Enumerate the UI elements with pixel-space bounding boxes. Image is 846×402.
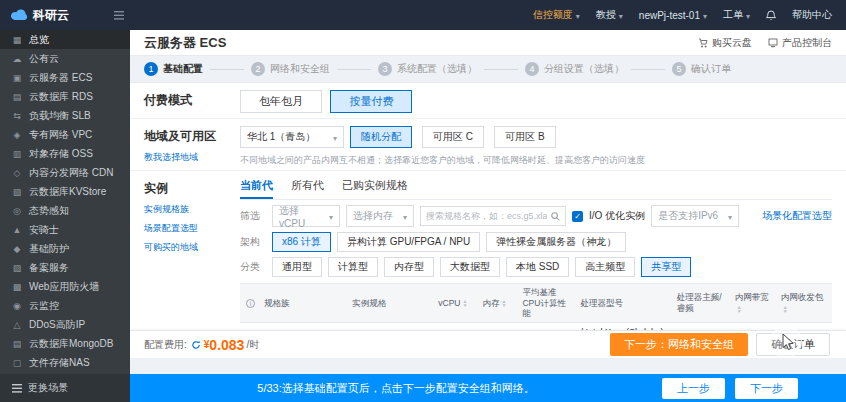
col-processor: 处理器型号 xyxy=(577,284,673,323)
storage-icon: ▥ xyxy=(12,149,22,159)
instance-section-label: 实例 xyxy=(144,181,168,195)
tutorial-next-button[interactable]: 下一步 xyxy=(735,378,798,399)
step-connector xyxy=(484,69,518,70)
notification-bell-icon[interactable] xyxy=(766,10,776,21)
step-system-config[interactable]: 3系统配置（选填） xyxy=(378,62,477,76)
sidebar-item-label: 公有云 xyxy=(29,52,59,66)
sidebar-item-overview[interactable]: ▦总览 xyxy=(0,30,130,49)
project-menu[interactable]: newPj-test-01 xyxy=(639,10,707,21)
spec-table: 规格族 实例规格 vCPU 内存 平均基准CPU计算性能 处理器型号 处理器主频… xyxy=(240,283,832,330)
region-help-link[interactable]: 教我选择地域 xyxy=(144,151,240,164)
spec-search-input[interactable] xyxy=(426,211,547,221)
col-pps: 内网收发包 xyxy=(777,284,832,323)
category-row: 分类 通用型 计算型 内存型 大数据型 本地 SSD 高主频型 共享型 xyxy=(240,257,832,277)
step-grouping[interactable]: 4分组设置（选填） xyxy=(525,62,624,76)
sidebar-item-nas[interactable]: ▢文件存储NAS xyxy=(0,353,130,372)
folder-icon: ▢ xyxy=(12,358,22,368)
vcpu-select[interactable]: 选择 vCPU xyxy=(272,205,340,227)
step-confirm-order[interactable]: 5确认订单 xyxy=(672,62,731,76)
sidebar-item-rds[interactable]: ▤云数据库 RDS xyxy=(0,87,130,106)
sidebar-item-label: 负载均衡 SLB xyxy=(29,109,91,123)
billing-option-subscription[interactable]: 包年包月 xyxy=(240,90,322,113)
tab-current-generation[interactable]: 当前代 xyxy=(240,178,273,199)
sidebar-item-basic-protection[interactable]: ◆基础防护 xyxy=(0,239,130,258)
category-compute-button[interactable]: 计算型 xyxy=(328,257,378,277)
frequency-cell: 2.5 GHz xyxy=(673,322,731,330)
sidebar-item-situation-awareness[interactable]: ◎态势感知 xyxy=(0,201,130,220)
sidebar-item-ddos[interactable]: △DDoS高防IP xyxy=(0,315,130,334)
spec-cell: ecs.t5-c1m1.xlarge xyxy=(348,322,434,330)
cdn-icon: ◇ xyxy=(12,168,22,178)
arch-baremetal-button[interactable]: 弹性裸金属服务器（神龙） xyxy=(486,232,626,252)
confirm-order-button[interactable]: 确认订单 xyxy=(756,333,830,356)
sidebar-item-waf[interactable]: ▩Web应用防火墙 xyxy=(0,277,130,296)
sidebar-item-vpc[interactable]: ◈专有网络 VPC xyxy=(0,125,130,144)
billing-option-pay-as-you-go[interactable]: 按量付费 xyxy=(330,90,412,113)
sort-icon[interactable] xyxy=(737,305,742,313)
tab-purchased-specs[interactable]: 已购实例规格 xyxy=(342,178,408,199)
arch-heterogeneous-button[interactable]: 异构计算 GPU/FPGA / NPU xyxy=(337,232,480,252)
category-row-label: 分类 xyxy=(240,260,266,274)
zone-option-b[interactable]: 可用区 B xyxy=(494,126,556,148)
sidebar-item-mongodb[interactable]: ▤云数据库MongoDB xyxy=(0,334,130,353)
purchasable-region-link[interactable]: 可购买的地域 xyxy=(144,241,240,254)
sidebar-item-public-cloud[interactable]: ☁公有云 xyxy=(0,49,130,68)
step-network-security[interactable]: 2网络和安全组 xyxy=(251,62,330,76)
info-icon[interactable] xyxy=(246,299,255,308)
sidebar-item-beian[interactable]: ▨备案服务 xyxy=(0,258,130,277)
role-menu[interactable]: 教授 xyxy=(596,8,623,22)
sidebar-item-oss[interactable]: ▥对象存储 OSS xyxy=(0,144,130,163)
refresh-icon[interactable] xyxy=(191,340,201,350)
memory-select[interactable]: 选择内存 xyxy=(346,205,414,227)
chevron-down-icon xyxy=(728,211,732,222)
arch-x86-button[interactable]: x86 计算 xyxy=(272,232,331,252)
sidebar-item-slb[interactable]: ⇆负载均衡 SLB xyxy=(0,106,130,125)
category-memory-button[interactable]: 内存型 xyxy=(384,257,434,277)
category-bigdata-button[interactable]: 大数据型 xyxy=(440,257,500,277)
sort-icon[interactable] xyxy=(501,299,506,307)
next-step-network-button[interactable]: 下一步：网络和安全组 xyxy=(610,333,748,356)
category-shared-button[interactable]: 共享型 xyxy=(641,257,691,277)
col-family: 规格族 xyxy=(260,284,348,323)
category-general-button[interactable]: 通用型 xyxy=(272,257,322,277)
zone-option-c[interactable]: 可用区 C xyxy=(422,126,484,148)
category-localssd-button[interactable]: 本地 SSD xyxy=(506,257,569,277)
sidebar-item-security-knight[interactable]: ▲安骑士 xyxy=(0,220,130,239)
zone-option-random[interactable]: 随机分配 xyxy=(350,126,412,148)
buy-disk-link[interactable]: 购买云盘 xyxy=(698,36,752,50)
region-select[interactable]: 华北 1（青岛） xyxy=(240,126,344,148)
product-console-link[interactable]: 产品控制台 xyxy=(768,36,832,50)
billing-section: 付费模式 包年包月 按量付费 xyxy=(130,83,846,119)
sidebar-item-cdn[interactable]: ◇内容分发网络 CDN xyxy=(0,163,130,182)
database-icon: ▤ xyxy=(12,339,22,349)
help-center-link[interactable]: 帮助中心 xyxy=(792,8,832,22)
baseline-cell: 25 % xyxy=(518,322,576,330)
generation-tabs: 当前代 所有代 已购实例规格 xyxy=(240,178,832,200)
scene-config-select-link[interactable]: 场景化配置选型 xyxy=(762,209,832,223)
chevron-down-icon xyxy=(576,10,580,21)
firewall-icon: ▩ xyxy=(12,282,22,292)
tab-all-generations[interactable]: 所有代 xyxy=(291,178,324,199)
change-scene-button[interactable]: 更换场景 xyxy=(0,374,130,402)
sidebar-item-cloudmonitor[interactable]: ◉云监控 xyxy=(0,296,130,315)
io-optimized-checkbox[interactable] xyxy=(572,211,583,222)
step-label: 确认订单 xyxy=(691,62,731,76)
credit-quota-menu[interactable]: 信控额度 xyxy=(533,8,580,22)
region-note: 不同地域之间的产品内网互不相通；选择靠近您客户的地域，可降低网络时延、提高您客户… xyxy=(240,154,832,167)
sidebar-collapse-icon[interactable] xyxy=(114,11,124,20)
sidebar-item-kvstore[interactable]: ▧云数据库KVStore xyxy=(0,182,130,201)
ipv6-select[interactable]: 是否支持IPv6 xyxy=(651,205,739,227)
sort-icon[interactable] xyxy=(783,305,788,313)
tutorial-prev-button[interactable]: 上一步 xyxy=(662,378,725,399)
spec-table-row[interactable]: 突发性能实例 t5 ecs.t5-c1m1.xlarge 4 vCPU 4 Gi… xyxy=(240,322,832,330)
category-highfreq-button[interactable]: 高主频型 xyxy=(575,257,635,277)
ticket-menu[interactable]: 工单 xyxy=(723,8,750,22)
sidebar-item-ecs[interactable]: ▣云服务器 ECS xyxy=(0,68,130,87)
search-icon[interactable] xyxy=(551,212,560,221)
sort-icon[interactable] xyxy=(463,299,468,307)
billing-section-label: 付费模式 xyxy=(144,93,192,107)
scene-config-link[interactable]: 场景配置选型 xyxy=(144,222,240,235)
instance-family-link[interactable]: 实例规格族 xyxy=(144,203,240,216)
step-basic-config[interactable]: 1基础配置 xyxy=(144,62,203,76)
topbar-menu: 信控额度 教授 newPj-test-01 工单 帮助中心 xyxy=(533,8,846,22)
